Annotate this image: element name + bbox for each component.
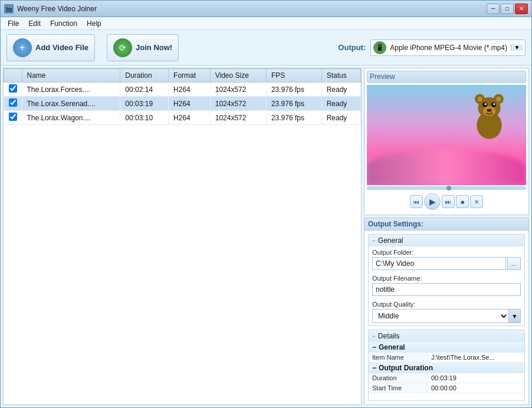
preview-controls: ⏮ ▶ ⏭ ■ ✕: [367, 191, 526, 212]
row-checkbox[interactable]: [9, 98, 17, 107]
menu-file[interactable]: File: [3, 18, 24, 29]
table-row: The.Lorax.Forces.... 00:02:14 H264 1024x…: [4, 83, 361, 97]
prev-button[interactable]: ⏮: [410, 195, 423, 208]
row-duration: 00:03:19: [120, 97, 169, 111]
item-name-value: J:\test\The.Lorax.Se...: [428, 353, 524, 362]
quality-select[interactable]: Low Middle High: [373, 310, 508, 323]
browse-button[interactable]: ...: [507, 257, 521, 270]
add-video-icon: +: [13, 38, 32, 57]
menu-help[interactable]: Help: [82, 18, 106, 29]
output-section: Output: 📱 Apple iPhone MPEG-4 Movie (*.m…: [338, 40, 526, 56]
row-fps: 23.976 fps: [266, 83, 321, 97]
row-format: H264: [169, 83, 211, 97]
row-size: 1024x572: [210, 111, 266, 125]
table-row: The.Lorax.Wagon.... 00:03:10 H264 1024x5…: [4, 111, 361, 125]
output-settings-header: Output Settings:: [364, 218, 528, 231]
row-fps: 23.976 fps: [266, 111, 321, 125]
svg-point-4: [477, 97, 482, 101]
col-name: Name: [22, 69, 120, 83]
filename-input[interactable]: [372, 283, 521, 296]
output-dropdown-arrow[interactable]: ▼: [511, 44, 523, 51]
row-name: The.Lorax.Forces....: [22, 83, 120, 97]
col-status: Status: [321, 69, 360, 83]
filename-label: Output Filename:: [372, 275, 521, 282]
svg-point-5: [496, 97, 501, 101]
svg-point-10: [493, 103, 495, 105]
close-media-button[interactable]: ✕: [470, 195, 483, 208]
app-title: Weeny Free Video Joiner: [17, 5, 97, 13]
output-label: Output:: [338, 43, 366, 52]
title-bar: 🎬 Weeny Free Video Joiner ─ □ ✕: [0, 0, 532, 17]
output-format-selector[interactable]: 📱 Apple iPhone MPEG-4 Movie (*.mp4) ▼: [370, 40, 526, 56]
stop-button[interactable]: ■: [456, 195, 469, 208]
minimize-button[interactable]: ─: [487, 4, 500, 14]
row-checkbox[interactable]: [9, 84, 17, 93]
row-status: Ready: [321, 97, 360, 111]
general-section: − General Output Folder: ... Output File…: [368, 234, 525, 326]
menu-bar: File Edit Function Help: [1, 17, 531, 30]
row-checkbox-cell: [4, 97, 22, 111]
next-button[interactable]: ⏭: [442, 195, 455, 208]
row-format: H264: [169, 111, 211, 125]
menu-function[interactable]: Function: [45, 18, 82, 29]
output-duration-header: − Output Duration: [369, 363, 524, 373]
filename-field: Output Filename:: [369, 272, 524, 298]
row-duration: 00:03:10: [120, 111, 169, 125]
row-checkbox[interactable]: [9, 113, 17, 121]
row-duration: 00:02:14: [120, 83, 169, 97]
output-dur-collapse-icon: −: [372, 364, 376, 372]
row-name: The.Lorax.Wagon....: [22, 111, 120, 125]
row-status: Ready: [321, 111, 360, 125]
right-panel: Preview: [364, 68, 529, 405]
details-section: − Details − General Item Name J:\test\Th…: [368, 330, 525, 401]
row-format: H264: [169, 97, 211, 111]
row-checkbox-cell: [4, 83, 22, 97]
item-name-key: Item Name: [369, 353, 428, 362]
col-checkbox: [4, 69, 22, 83]
preview-video: [367, 85, 526, 185]
bear-character: [467, 88, 511, 141]
maximize-button[interactable]: □: [501, 4, 514, 14]
output-format-value: Apple iPhone MPEG-4 Movie (*.mp4): [390, 44, 507, 52]
output-folder-input[interactable]: [372, 257, 506, 270]
menu-edit[interactable]: Edit: [24, 18, 45, 29]
output-folder-input-group: ...: [372, 257, 521, 270]
preview-slider[interactable]: [367, 186, 526, 190]
row-name: The.Lorax.Serenad....: [22, 97, 120, 111]
file-table: Name Duration Format Video Size FPS Stat…: [4, 68, 361, 125]
details-collapse-icon: −: [372, 333, 376, 340]
col-format: Format: [169, 69, 211, 83]
general-label: General: [378, 236, 403, 245]
settings-body: − General Output Folder: ... Output File…: [364, 231, 528, 404]
details-section-header[interactable]: − Details: [369, 330, 524, 342]
preview-section: Preview: [364, 68, 529, 215]
table-row: The.Lorax.Serenad.... 00:03:19 H264 1024…: [4, 97, 361, 111]
col-fps: FPS: [266, 69, 321, 83]
preview-label: Preview: [367, 71, 526, 83]
output-folder-label: Output Folder:: [372, 249, 521, 256]
general-section-header[interactable]: − General: [369, 235, 524, 246]
window-controls: ─ □ ✕: [487, 4, 528, 14]
row-size: 1024x572: [210, 97, 266, 111]
ground-blur: [367, 150, 526, 185]
main-window: File Edit Function Help + Add Video File…: [0, 17, 532, 408]
play-button[interactable]: ▶: [424, 193, 441, 210]
join-icon: ⟳: [113, 38, 132, 57]
row-size: 1024x572: [210, 83, 266, 97]
close-button[interactable]: ✕: [515, 4, 528, 14]
quality-label: Output Quality:: [372, 301, 521, 308]
duration-value: 00:03:19: [428, 373, 524, 383]
collapse-icon: −: [372, 238, 376, 244]
quality-dropdown-arrow[interactable]: ▼: [508, 310, 520, 323]
start-time-value: 00:00:00: [428, 383, 524, 393]
output-folder-field: Output Folder: ...: [369, 246, 524, 272]
join-now-button[interactable]: ⟳ Join Now!: [107, 34, 179, 61]
svg-point-11: [487, 108, 491, 111]
row-checkbox-cell: [4, 111, 22, 125]
add-video-button[interactable]: + Add Video File: [6, 34, 95, 61]
add-video-label: Add Video File: [35, 43, 88, 52]
content-area: Name Duration Format Video Size FPS Stat…: [1, 65, 531, 407]
file-list-panel: Name Duration Format Video Size FPS Stat…: [3, 68, 362, 405]
output-settings-panel: Output Settings: − General Output Folder…: [364, 218, 529, 405]
col-size: Video Size: [210, 69, 266, 83]
